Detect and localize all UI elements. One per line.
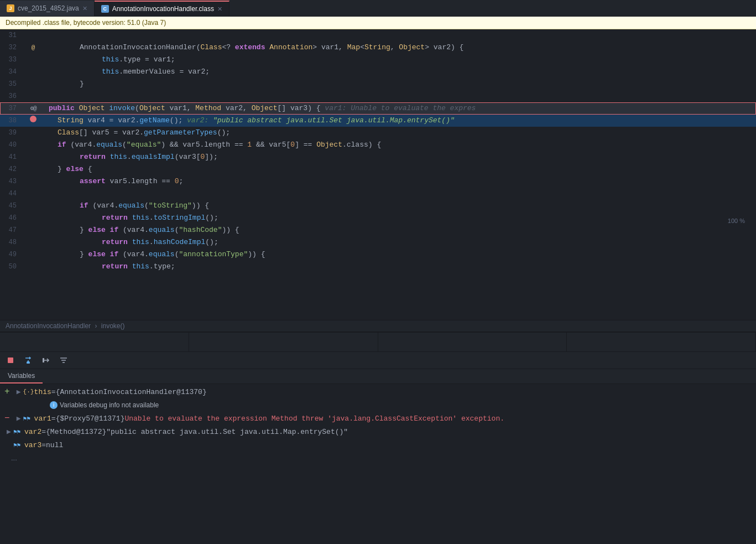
line-num-46: 46: [0, 212, 22, 224]
code-line-32: 32 @ AnnotationInvocationHandler(Class<?…: [0, 42, 756, 54]
line-gutter-38: [22, 115, 44, 127]
code-line-37: 37 ⚙@ public Object invoke(Object var1, …: [0, 102, 756, 115]
var-expand-var2[interactable]: ▶: [4, 427, 13, 436]
line-num-45: 45: [0, 200, 22, 212]
variables-content: + ▶ {·} this = {AnnotationInvocationHand…: [0, 384, 756, 465]
code-line-36: 36: [0, 90, 756, 102]
code-line-39: 39 Class[] var5 = var2.getParameterTypes…: [0, 127, 756, 139]
frame-cell-2: [189, 333, 378, 351]
var-prefix-var2: {Method@11372}: [46, 428, 106, 436]
code-content-32: AnnotationInvocationHandler(Class<? exte…: [44, 42, 756, 54]
decompile-banner: Decompiled .class file, bytecode version…: [0, 17, 756, 29]
decompile-banner-text: Decompiled .class file, bytecode version…: [6, 19, 166, 27]
debug-panel: Variables + ▶ {·} this = {AnnotationInvo…: [0, 332, 756, 465]
var-expand-this[interactable]: ▶: [14, 387, 23, 396]
java-file-icon: J: [7, 4, 14, 12]
code-line-47: 47 } else if (var4.equals("hashCode")) {: [0, 224, 756, 236]
var-val-var3: null: [46, 441, 63, 449]
code-content-34: this.memberValues = var2;: [44, 66, 756, 78]
tab-java-close[interactable]: ✕: [82, 5, 87, 12]
var-remove-button[interactable]: −: [0, 413, 14, 423]
zoom-label: 100 %: [728, 217, 745, 224]
info-icon: i: [50, 401, 58, 409]
code-line-38: 38 String var4 = var2.getName(); var2: "…: [0, 115, 756, 127]
code-content-35: }: [44, 78, 756, 90]
code-line-35: 35 }: [0, 78, 756, 90]
debugger-toolbar: [0, 352, 756, 369]
var-prefix-var1: {$Proxy57@11371}: [56, 415, 125, 423]
code-content-38: String var4 = var2.getName(); var2: "pub…: [44, 115, 756, 127]
tab-class-label: AnnotationInvocationHandler.class: [112, 5, 214, 13]
more-items-indicator: ...: [0, 452, 756, 464]
line-num-38: 38: [0, 115, 22, 127]
code-content-33: this.type = var1;: [44, 54, 756, 66]
code-line-50: 50 return this.type;: [0, 261, 756, 273]
code-line-49: 49 } else if (var4.equals("annotationTyp…: [0, 248, 756, 261]
var-val-var2: "public abstract java.util.Set java.util…: [106, 428, 348, 436]
svg-rect-2: [43, 358, 44, 362]
line-num-40: 40: [0, 139, 22, 151]
breadcrumb-bar: AnnotationInvocationHandler › invoke(): [0, 320, 756, 332]
line-num-35: 35: [0, 78, 22, 90]
var-val-this: {AnnotationInvocationHandler@11370}: [56, 388, 207, 396]
var-expand-var1[interactable]: ▶: [14, 414, 23, 423]
code-lines: 31 32 @ AnnotationInvocationHandler(Clas…: [0, 29, 756, 273]
code-line-33: 33 this.type = var1;: [0, 54, 756, 66]
editor-area: 31 32 @ AnnotationInvocationHandler(Clas…: [0, 29, 756, 320]
var-name-var2: var2: [24, 428, 41, 436]
line-num-49: 49: [0, 248, 22, 261]
code-content-50: return this.type;: [44, 261, 756, 273]
line-gutter-32: @: [22, 42, 44, 54]
tab-java-label: cve_2015_4852.java: [18, 4, 79, 12]
debug-step-over-button[interactable]: [23, 355, 33, 365]
code-line-42: 42 } else {: [0, 163, 756, 175]
var-name-var3: var3: [24, 441, 41, 449]
var-expand-var3: ▶: [4, 441, 13, 449]
var-icon-var1: ⚑⚑: [23, 415, 34, 422]
code-line-46: 46 return this.toStringImpl();: [0, 212, 756, 224]
code-content-47: } else if (var4.equals("hashCode")) {: [44, 224, 756, 236]
code-content-45: if (var4.equals("toString")) {: [44, 200, 756, 212]
var-icon-var3: ⚑⚑: [13, 442, 24, 449]
debug-step-filter-button[interactable]: [59, 355, 69, 365]
code-line-40: 40 if (var4.equals("equals") && var5.len…: [0, 139, 756, 151]
breakpoint-dot-38: [30, 116, 37, 122]
tab-java[interactable]: J cve_2015_4852.java ✕: [0, 1, 95, 16]
line-num-34: 34: [0, 66, 22, 78]
var-line-var1: − ▶ ⚑⚑ var1 = {$Proxy57@11371} Unable to…: [0, 412, 756, 425]
line-num-44: 44: [0, 188, 22, 200]
var-eq-var1: =: [51, 415, 56, 423]
var-line-var2: ▶ ⚑⚑ var2 = {Method@11372} "public abstr…: [0, 425, 756, 438]
line-num-48: 48: [0, 236, 22, 248]
line-num-41: 41: [0, 151, 22, 163]
debug-stop-button[interactable]: [6, 355, 15, 365]
code-content-39: Class[] var5 = var2.getParameterTypes();: [44, 127, 756, 139]
frame-cell-1: [0, 333, 189, 351]
line-num-31: 31: [0, 29, 22, 42]
var-eq-var2: =: [41, 428, 46, 436]
line-num-37: 37: [0, 102, 22, 115]
code-content-46: return this.toStringImpl();: [44, 212, 756, 224]
line-num-42: 42: [0, 163, 22, 175]
var-line-var3: ▶ ⚑⚑ var3 = null: [0, 438, 756, 452]
var-icon-this: {·}: [23, 388, 34, 395]
svg-rect-1: [27, 362, 30, 364]
var-eq-this: =: [51, 388, 56, 396]
tab-class[interactable]: C AnnotationInvocationHandler.class ✕: [95, 1, 230, 16]
frame-cell-4: [567, 333, 756, 351]
breadcrumb-separator: ›: [95, 322, 97, 330]
tab-class-close[interactable]: ✕: [217, 6, 222, 13]
code-line-41: 41 return this.equalsImpl(var3[0]);: [0, 151, 756, 163]
line-num-39: 39: [0, 127, 22, 139]
var-debug-info-text: Variables debug info not available: [60, 401, 159, 409]
variables-tab[interactable]: Variables: [0, 369, 43, 384]
code-line-31: 31: [0, 29, 756, 42]
var-line-debug-info: i Variables debug info not available: [0, 398, 756, 412]
svg-rect-0: [8, 358, 13, 363]
var-name-this: this: [34, 388, 51, 396]
code-line-48: 48 return this.hashCodeImpl();: [0, 236, 756, 248]
line-num-47: 47: [0, 224, 22, 236]
debug-show-exec-button[interactable]: [41, 355, 51, 365]
code-content-43: assert var5.length == 0;: [44, 175, 756, 188]
var-add-button[interactable]: +: [0, 387, 14, 397]
